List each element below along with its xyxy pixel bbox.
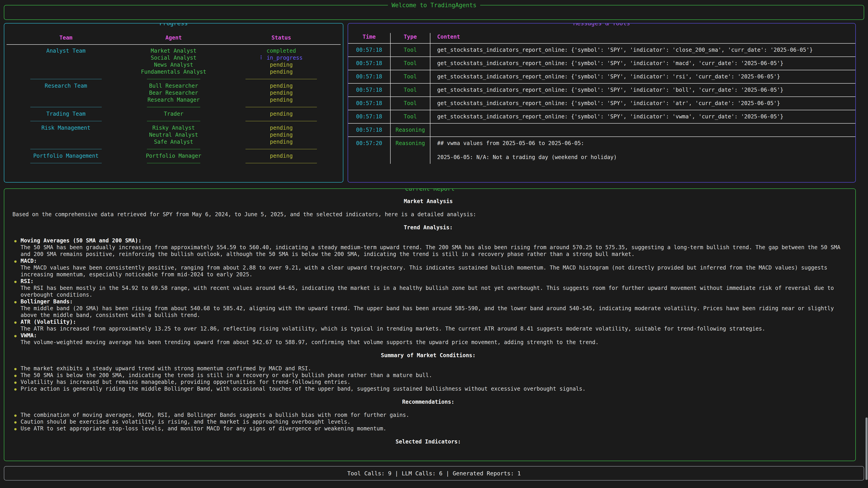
message-type: Reasoning — [391, 137, 430, 164]
status-badge: pending — [220, 131, 343, 138]
message-type: Tool — [391, 70, 430, 83]
agent-name: Portfolio Manager — [127, 153, 219, 160]
team-name: Risk Management — [4, 125, 127, 131]
list-item: ● MACD: The MACD values have been consis… — [12, 258, 844, 278]
bullet-text: Caution should be exercised as volatilit… — [21, 419, 350, 425]
status-badge: pending — [220, 110, 343, 118]
list-item: ● Moving Averages (50 SMA and 200 SMA): … — [12, 237, 844, 258]
message-time: 00:57:18 — [348, 84, 391, 96]
report-body: Market Analysis Based on the comprehensi… — [4, 189, 855, 445]
status-badge: pending — [220, 96, 343, 103]
bullet-text: The middle band (20 SMA) has been rising… — [21, 305, 844, 319]
table-row: Research Manager pending — [4, 96, 343, 103]
report-panel-title: Current Report — [401, 188, 458, 193]
bullet-text: The MACD values have been consistently p… — [21, 264, 844, 278]
list-item: ●The market exhibits a steady upward tre… — [12, 365, 844, 372]
table-row: News Analyst pending — [4, 61, 343, 68]
message-content: ## vwma values from 2025-05-06 to 2025-0… — [430, 137, 855, 164]
table-row: Analyst Team Market Analyst completed — [4, 47, 343, 55]
message-content: get_stockstats_indicators_report_online:… — [430, 70, 855, 83]
list-item: ● Bollinger Bands: The middle band (20 S… — [12, 298, 844, 319]
list-item: ●Use ATR to set appropriate stop-loss le… — [12, 425, 844, 432]
message-time: 00:57:18 — [348, 70, 391, 83]
bullet-icon: ● — [14, 332, 17, 339]
list-item: ● VWMA: The volume-weighted moving avera… — [12, 332, 844, 346]
report-heading-selected-indicators: Selected Indicators: — [12, 438, 844, 445]
message-row: 00:57:18 Reasoning — [348, 123, 855, 136]
bullet-text: The 50 SMA is below the 200 SMA, indicat… — [21, 372, 432, 379]
tradingagents-app: Welcome to TradingAgents Progress Team A… — [0, 0, 868, 488]
table-row: Neutral Analyst pending — [4, 131, 343, 138]
bullet-icon: ● — [14, 278, 17, 285]
spinner-icon: ⠇ — [260, 55, 264, 61]
status-badge: pending — [220, 153, 343, 160]
scrollbar[interactable] — [866, 418, 868, 480]
message-time: 00:57:20 — [348, 137, 391, 164]
column-header-content: Content — [430, 33, 855, 43]
messages-table-header: Time Type Content — [348, 33, 855, 43]
summary-list: ●The market exhibits a steady upward tre… — [12, 365, 844, 392]
list-item: ● ATR (Volatility): The ATR has increase… — [12, 319, 844, 332]
report-intro: Based on the comprehensive data retrieve… — [12, 211, 844, 218]
agent-name: Market Analyst — [127, 47, 219, 55]
bullet-icon: ● — [14, 258, 17, 265]
message-type: Tool — [391, 84, 430, 96]
bullet-icon: ● — [14, 386, 17, 392]
message-time: 00:57:18 — [348, 124, 391, 136]
bullet-title: Moving Averages (50 SMA and 200 SMA): — [21, 237, 844, 244]
top-panels-row: Progress Team Agent Status Analyst Team … — [4, 23, 856, 183]
column-header-time: Time — [348, 33, 391, 43]
bullet-icon: ● — [14, 419, 17, 425]
agent-name: Fundamentals Analyst — [127, 68, 219, 75]
message-time: 00:57:18 — [348, 57, 391, 70]
agent-name: News Analyst — [127, 61, 219, 68]
report-heading-summary: Summary of Market Conditions: — [12, 352, 844, 359]
agent-name: Research Manager — [127, 96, 219, 103]
bullet-title: RSI: — [21, 278, 844, 285]
table-row: Fundamentals Analyst pending — [4, 68, 343, 75]
bullet-text: The ATR has increased from approximately… — [21, 325, 844, 332]
message-content: get_stockstats_indicators_report_online:… — [430, 57, 855, 70]
list-item: ●Price action is generally riding the mi… — [12, 385, 844, 392]
status-badge: pending — [220, 125, 343, 131]
welcome-panel: Welcome to TradingAgents — [4, 5, 864, 20]
column-header-status: Status — [220, 34, 343, 41]
bullet-icon: ● — [14, 412, 17, 419]
recommendations-list: ●The combination of moving averages, MAC… — [12, 412, 844, 432]
current-report-panel: Current Report Market Analysis Based on … — [4, 188, 856, 461]
message-time: 00:57:18 — [348, 110, 391, 123]
team-name: Trading Team — [4, 110, 127, 118]
bullet-text: Volatility has increased but remains man… — [21, 379, 350, 385]
table-row: Risk Management Risky Analyst pending — [4, 125, 343, 131]
row-divider — [4, 118, 343, 125]
table-row: Social Analyst ⠇in_progress — [4, 55, 343, 61]
progress-panel: Progress Team Agent Status Analyst Team … — [4, 23, 343, 183]
status-badge: pending — [220, 90, 343, 96]
bullet-text: Use ATR to set appropriate stop-loss lev… — [21, 425, 386, 432]
bullet-icon: ● — [14, 298, 17, 305]
bullet-text: The combination of moving averages, MACD… — [21, 412, 409, 418]
message-row: 00:57:18 Tool get_stockstats_indicators_… — [348, 83, 855, 96]
table-row: Bear Researcher pending — [4, 90, 343, 96]
bullet-icon: ● — [14, 319, 17, 326]
list-item: ●Volatility has increased but remains ma… — [12, 379, 844, 385]
progress-panel-title: Progress — [156, 23, 191, 27]
trend-analysis-list: ● Moving Averages (50 SMA and 200 SMA): … — [12, 237, 844, 346]
status-badge: completed — [220, 47, 343, 55]
agent-name: Bear Researcher — [127, 90, 219, 96]
bullet-icon: ● — [14, 372, 17, 379]
bullet-icon: ● — [14, 237, 17, 244]
report-heading-recommendations: Recommendations: — [12, 398, 844, 405]
status-label: in_progress — [267, 55, 303, 61]
progress-table-header: Team Agent Status — [4, 34, 343, 41]
message-row: 00:57:18 Tool get_stockstats_indicators_… — [348, 70, 855, 83]
message-type: Tool — [391, 43, 430, 57]
table-row: Safe Analyst pending — [4, 138, 343, 145]
status-badge: pending — [220, 68, 343, 75]
messages-tools-panel: Messages & Tools Time Type Content 00:57… — [348, 23, 856, 183]
status-badge: ⠇in_progress — [220, 55, 343, 61]
message-row: 00:57:18 Tool get_stockstats_indicators_… — [348, 43, 855, 57]
message-content: get_stockstats_indicators_report_online:… — [430, 43, 855, 57]
bullet-title: VWMA: — [21, 332, 844, 339]
stats-text: Tool Calls: 9 | LLM Calls: 6 | Generated… — [347, 470, 521, 477]
